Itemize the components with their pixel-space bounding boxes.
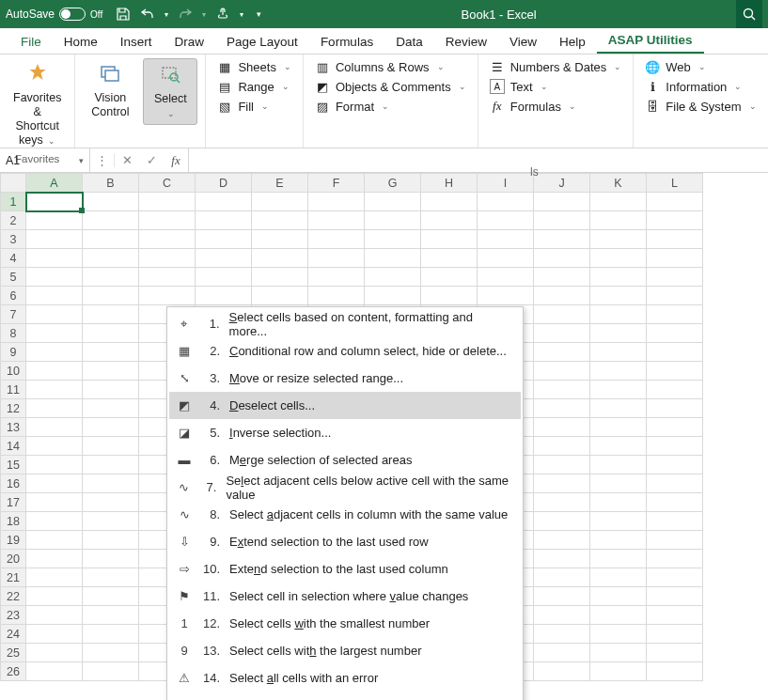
- cell[interactable]: [308, 230, 365, 249]
- row-header[interactable]: 26: [1, 662, 26, 681]
- cell[interactable]: [365, 211, 421, 230]
- format-button[interactable]: ▨Format⌄: [311, 98, 470, 115]
- cell[interactable]: [26, 324, 83, 343]
- cell[interactable]: [647, 587, 703, 606]
- cell[interactable]: [26, 287, 83, 305]
- cell[interactable]: [647, 512, 703, 531]
- cell[interactable]: [83, 606, 139, 625]
- cell[interactable]: [252, 230, 308, 249]
- select-button[interactable]: Select⌄: [143, 58, 197, 125]
- column-header[interactable]: J: [534, 174, 590, 193]
- column-header[interactable]: A: [26, 174, 83, 193]
- cell[interactable]: [83, 287, 139, 305]
- cell[interactable]: [83, 230, 139, 249]
- cell[interactable]: [83, 268, 139, 287]
- menu-item-3[interactable]: ⤡ 3. Move or resize selected range...: [169, 365, 521, 392]
- cell[interactable]: [252, 287, 308, 305]
- row-header[interactable]: 6: [1, 287, 26, 305]
- cell[interactable]: [26, 362, 83, 381]
- cell[interactable]: [26, 587, 83, 606]
- formulas-button[interactable]: fxFormulas⌄: [486, 98, 626, 115]
- menu-item-2[interactable]: ▦ 2. Conditional row and column select, …: [169, 337, 521, 365]
- cell[interactable]: [252, 249, 308, 268]
- cell[interactable]: [534, 550, 590, 568]
- cell[interactable]: [83, 437, 139, 456]
- formula-input[interactable]: [189, 148, 768, 172]
- cell[interactable]: [196, 211, 252, 230]
- cell[interactable]: [421, 230, 478, 249]
- cell[interactable]: [647, 474, 703, 493]
- name-box[interactable]: A1 ▾: [0, 148, 90, 172]
- cell[interactable]: [83, 568, 139, 587]
- cell[interactable]: [534, 287, 590, 305]
- cell[interactable]: [26, 474, 83, 493]
- column-header[interactable]: H: [421, 174, 478, 193]
- cell[interactable]: [534, 324, 590, 343]
- cell[interactable]: [534, 211, 590, 230]
- cell[interactable]: [26, 531, 83, 550]
- formula-expand-icon[interactable]: ⋮: [90, 153, 115, 167]
- cell[interactable]: [534, 606, 590, 625]
- cell[interactable]: [83, 550, 139, 568]
- cell[interactable]: [590, 512, 647, 531]
- menu-item-14[interactable]: ⚠ 14. Select all cells with an error: [169, 664, 521, 692]
- cell[interactable]: [83, 512, 139, 531]
- row-header[interactable]: 7: [1, 305, 26, 324]
- cell[interactable]: [26, 644, 83, 662]
- cell[interactable]: [534, 493, 590, 512]
- cell[interactable]: [590, 662, 647, 681]
- tab-review[interactable]: Review: [434, 30, 498, 54]
- cell[interactable]: [534, 193, 590, 211]
- cell[interactable]: [478, 230, 534, 249]
- menu-item-1[interactable]: ⌖ 1. Select cells based on content, form…: [169, 310, 521, 337]
- menu-item-15[interactable]: ▥ 15. Select all sheets in your workbook: [169, 692, 521, 700]
- cell[interactable]: [308, 193, 365, 211]
- cell[interactable]: [83, 418, 139, 437]
- cell[interactable]: [590, 550, 647, 568]
- cell[interactable]: [26, 606, 83, 625]
- cell[interactable]: [647, 493, 703, 512]
- objects-comments-button[interactable]: ◩Objects & Comments⌄: [311, 78, 470, 95]
- cell[interactable]: [308, 268, 365, 287]
- cell[interactable]: [478, 249, 534, 268]
- cell[interactable]: [647, 399, 703, 418]
- cell[interactable]: [252, 268, 308, 287]
- cell[interactable]: [83, 662, 139, 681]
- redo-icon[interactable]: [178, 7, 193, 22]
- cell[interactable]: [26, 493, 83, 512]
- row-header[interactable]: 13: [1, 418, 26, 437]
- cell[interactable]: [534, 230, 590, 249]
- cell[interactable]: [590, 305, 647, 324]
- cell[interactable]: [26, 456, 83, 474]
- menu-item-10[interactable]: ⇨ 10. Extend selection to the last used …: [169, 555, 521, 583]
- touch-chevron-icon[interactable]: ▾: [240, 10, 243, 19]
- cell[interactable]: [590, 343, 647, 362]
- cell[interactable]: [590, 249, 647, 268]
- cell[interactable]: [139, 193, 196, 211]
- row-header[interactable]: 10: [1, 362, 26, 381]
- cell[interactable]: [196, 249, 252, 268]
- cell[interactable]: [139, 249, 196, 268]
- cell[interactable]: [534, 399, 590, 418]
- cell[interactable]: [26, 512, 83, 531]
- cell[interactable]: [647, 268, 703, 287]
- cell[interactable]: [647, 362, 703, 381]
- cell[interactable]: [647, 305, 703, 324]
- cell[interactable]: [365, 193, 421, 211]
- column-header[interactable]: D: [196, 174, 252, 193]
- cell[interactable]: [83, 381, 139, 399]
- row-header[interactable]: 21: [1, 568, 26, 587]
- cell[interactable]: [590, 531, 647, 550]
- cell[interactable]: [590, 568, 647, 587]
- column-header[interactable]: K: [590, 174, 647, 193]
- row-header[interactable]: 20: [1, 550, 26, 568]
- row-header[interactable]: 4: [1, 249, 26, 268]
- cell[interactable]: [590, 287, 647, 305]
- cell[interactable]: [647, 625, 703, 644]
- cell[interactable]: [590, 644, 647, 662]
- menu-item-4[interactable]: ◩ 4. Deselect cells...: [169, 392, 521, 419]
- row-header[interactable]: 17: [1, 493, 26, 512]
- cell[interactable]: [421, 211, 478, 230]
- cell[interactable]: [26, 418, 83, 437]
- save-icon[interactable]: [116, 7, 131, 22]
